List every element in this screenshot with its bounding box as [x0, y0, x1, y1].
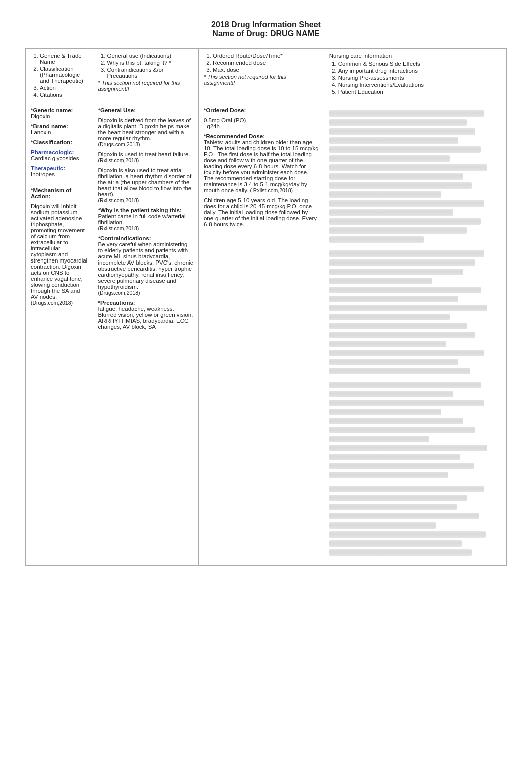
header-col1-item-2: Classification (Pharmacologic and Therap…: [40, 66, 88, 84]
contra-label: *Contraindications: Be very careful when…: [98, 235, 193, 296]
header-col3: Ordered Route/Dose/Time* Recommended dos…: [198, 49, 324, 103]
header-col3-item-3: Max. dose: [213, 67, 319, 73]
cite1: (Drugs.com,2018): [98, 141, 140, 147]
header-col3-item-1: Ordered Route/Dose/Time*: [213, 53, 319, 59]
recommended-label: *Recommended Dose: Tablets: adults and c…: [204, 133, 319, 193]
cite4: (Rxlist.com,2018): [98, 225, 139, 231]
precautions-label: *Precautions: fatigue, headache, weaknes…: [98, 300, 193, 330]
header-col2-item-2: Why is this pt. taking it? *: [107, 60, 193, 66]
ordered-dose-label: *Ordered Dose:: [204, 107, 319, 113]
content-col4: [324, 103, 506, 566]
header-col4-item-4: Nursing Interventions/Evaluations: [338, 82, 501, 88]
general-use-para2: Digoxin is used to treat heart failure. …: [98, 151, 193, 163]
general-use-label: *General Use:: [98, 107, 193, 113]
classification-label: *Classification:: [31, 139, 88, 145]
page-title-line2: Name of Drug: DRUG NAME: [25, 29, 507, 38]
header-col1-item-4: Citations: [40, 92, 88, 98]
general-use-para3: Digoxin is also used to treat atrial fib…: [98, 167, 193, 203]
cite-rec: ( Rxlist.com,2018): [250, 187, 293, 193]
cite2: (Rxlist.com,2018): [98, 157, 139, 163]
children-dose: Children age 5-10 years old. The loading…: [204, 197, 319, 227]
pharmacologic-label: Pharmacologic:: [31, 149, 74, 155]
content-col2: *General Use: Digoxin is derived from th…: [93, 103, 198, 566]
mechanism-cite: (Drugs.com,2018): [31, 300, 73, 306]
therapeutic-value: Inotropes: [31, 171, 55, 177]
therapeutic-label: Therapeutic:: [31, 165, 65, 171]
header-col2-item-1: General use (Indications): [107, 53, 193, 59]
header-col4-item-2: Any important drug interactions: [338, 68, 501, 74]
main-table: Generic & Trade Name Classification (Pha…: [25, 48, 507, 566]
generic-value: Digoxin: [31, 113, 50, 119]
mechanism-label: *Mechanism of Action:: [31, 187, 88, 199]
header-col4-item-5: Patient Education: [338, 89, 501, 95]
blurred-section-1: [329, 107, 501, 561]
pharmacologic-block: Pharmacologic: Cardiac glycosides: [31, 149, 88, 161]
why-label: *Why is the patient taking this: Patient…: [98, 207, 193, 231]
header-col2-note: * This section not required for this ass…: [98, 80, 193, 92]
header-col4-list: Common & Serious Side Effects Any import…: [329, 61, 501, 95]
header-col3-list: Ordered Route/Dose/Time* Recommended dos…: [204, 53, 319, 73]
page-title-block: 2018 Drug Information Sheet Name of Drug…: [25, 20, 507, 38]
header-col1-item-1: Generic & Trade Name: [40, 53, 88, 65]
header-row: Generic & Trade Name Classification (Pha…: [26, 49, 507, 103]
mechanism-text: Digoxin will Inhibit sodium-potassium-ac…: [31, 203, 88, 306]
general-use-para1: Digoxin is derived from the leaves of a …: [98, 117, 193, 147]
header-col2: General use (Indications) Why is this pt…: [93, 49, 198, 103]
header-col3-item-2: Recommended dose: [213, 60, 319, 66]
generic-label: *Generic name: Digoxin: [31, 107, 88, 119]
page-title-line1: 2018 Drug Information Sheet: [25, 20, 507, 29]
content-col3: *Ordered Dose: 0.5mg Oral (PO) q24h *Rec…: [198, 103, 324, 566]
header-col4: Nursing care information Common & Seriou…: [324, 49, 506, 103]
header-col4-title: Nursing care information: [329, 53, 501, 59]
header-col3-note: * This section not required for this ass…: [204, 74, 319, 86]
therapeutic-block: Therapeutic: Inotropes: [31, 165, 88, 177]
brand-label: *Brand name: Lanoxin: [31, 123, 88, 135]
header-col1-item-3: Action: [40, 85, 88, 91]
content-row: *Generic name: Digoxin *Brand name: Lano…: [26, 103, 507, 566]
ordered-dose-value: 0.5mg Oral (PO) q24h: [204, 117, 319, 129]
header-col2-item-3: Contraindications &/or Precautions: [107, 67, 193, 79]
cite5: (Drugs.com,2018): [98, 290, 140, 296]
cite3: (Rxlist.com,2018): [98, 197, 139, 203]
content-col1: *Generic name: Digoxin *Brand name: Lano…: [26, 103, 93, 566]
header-col2-list: General use (Indications) Why is this pt…: [98, 53, 193, 79]
brand-value: Lanoxin: [31, 129, 51, 135]
header-col4-item-3: Nursing Pre-assessments: [338, 75, 501, 81]
header-col1-list: Generic & Trade Name Classification (Pha…: [31, 53, 88, 98]
pharmacologic-value: Cardiac glycosides: [31, 155, 79, 161]
header-col1: Generic & Trade Name Classification (Pha…: [26, 49, 93, 103]
header-col4-item-1: Common & Serious Side Effects: [338, 61, 501, 67]
